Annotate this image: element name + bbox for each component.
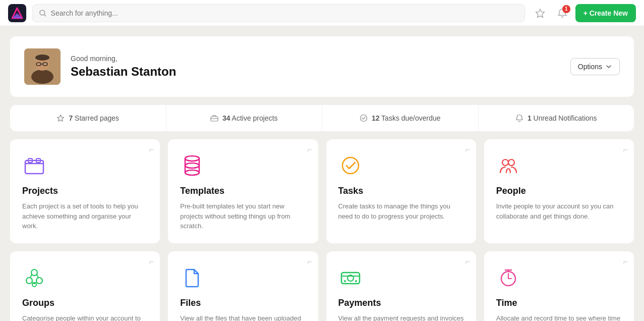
card-groups[interactable]: ⌐ Groups Categorise people within your a…: [10, 251, 160, 322]
svg-line-32: [30, 275, 32, 278]
create-new-button[interactable]: + Create New: [575, 4, 636, 22]
card-templates[interactable]: ⌐ Templates Pre-built templates let you …: [168, 139, 318, 243]
avatar: [24, 48, 61, 85]
svg-point-25: [342, 157, 359, 174]
svg-point-30: [36, 278, 42, 284]
files-icon: [180, 265, 204, 290]
stat-tasks-label: 12 Tasks due/overdue: [372, 114, 441, 122]
stats-bar: 7 Starred pages 34 Active projects 12 Ta…: [10, 105, 634, 131]
card-time-title: Time: [496, 298, 622, 308]
welcome-left: Good morning, Sebastian Stanton: [24, 48, 176, 85]
card-time-desc: Allocate and record time to see where ti…: [496, 313, 622, 322]
card-corner-icon: ⌐: [307, 257, 312, 266]
card-templates-desc: Pre-built templates let you start new pr…: [180, 201, 306, 231]
welcome-text: Good morning, Sebastian Stanton: [71, 55, 176, 79]
search-input[interactable]: [51, 9, 518, 17]
card-files[interactable]: ⌐ Files View all the files that have bee…: [168, 251, 318, 322]
stat-projects-label: 34 Active projects: [222, 114, 278, 122]
card-people[interactable]: ⌐ People Invite people to your account s…: [484, 139, 634, 243]
svg-point-39: [344, 280, 346, 282]
stat-tasks[interactable]: 12 Tasks due/overdue: [322, 105, 479, 131]
card-corner-icon: ⌐: [465, 145, 470, 154]
svg-point-40: [355, 280, 357, 282]
stat-notifications-label: 1 Unread Notifications: [528, 114, 597, 122]
card-payments-title: Payments: [338, 298, 464, 308]
user-name: Sebastian Stanton: [71, 65, 176, 79]
payments-icon: [338, 265, 363, 290]
card-projects-title: Projects: [22, 186, 148, 196]
card-corner-icon: ⌐: [465, 257, 470, 266]
stat-notifications[interactable]: 1 Unread Notifications: [479, 105, 634, 131]
star-stat-icon: [56, 114, 65, 122]
card-corner-icon: ⌐: [623, 145, 628, 154]
svg-line-33: [37, 275, 38, 278]
check-stat-icon: [360, 114, 368, 122]
search-icon: [39, 9, 47, 17]
svg-point-7: [31, 70, 53, 84]
stat-projects[interactable]: 34 Active projects: [166, 105, 323, 131]
tasks-icon: [338, 153, 363, 178]
card-templates-title: Templates: [180, 186, 306, 196]
star-button[interactable]: [531, 4, 549, 22]
svg-marker-13: [57, 115, 64, 122]
notification-badge: 1: [562, 5, 570, 13]
card-groups-desc: Categorise people within your account to…: [22, 313, 148, 322]
projects-icon: [22, 153, 46, 178]
svg-point-20: [185, 156, 199, 161]
card-payments[interactable]: ⌐ Payments View all the payment requests…: [326, 251, 476, 322]
header-actions: 1 + Create New: [531, 4, 636, 22]
people-icon: [496, 153, 520, 178]
templates-icon: [180, 153, 204, 178]
svg-point-26: [502, 159, 508, 166]
time-icon: [496, 265, 520, 290]
svg-point-22: [185, 170, 199, 175]
svg-rect-17: [25, 161, 43, 174]
svg-point-27: [508, 159, 514, 166]
notification-button[interactable]: 1: [553, 4, 571, 22]
svg-point-21: [185, 163, 199, 168]
greeting-text: Good morning,: [71, 55, 176, 63]
svg-line-4: [44, 14, 46, 16]
stat-starred[interactable]: 7 Starred pages: [10, 105, 166, 131]
groups-icon: [22, 265, 46, 290]
card-corner-icon: ⌐: [149, 145, 154, 154]
card-tasks[interactable]: ⌐ Tasks Create tasks to manage the thing…: [326, 139, 476, 243]
options-button[interactable]: Options: [570, 58, 620, 75]
card-corner-icon: ⌐: [623, 257, 628, 266]
card-projects-desc: Each project is a set of tools to help y…: [22, 201, 148, 231]
card-payments-desc: View all the payment requests and invoic…: [338, 313, 464, 322]
svg-point-16: [360, 115, 367, 122]
card-people-title: People: [496, 186, 622, 196]
card-tasks-title: Tasks: [338, 186, 464, 196]
bell-stat-icon: [515, 114, 523, 122]
card-groups-title: Groups: [22, 298, 148, 308]
card-people-desc: Invite people to your account so you can…: [496, 201, 622, 221]
cards-grid: ⌐ Projects Each project is a set of tool…: [10, 139, 634, 321]
star-icon: [535, 8, 545, 18]
card-tasks-desc: Create tasks to manage the things you ne…: [338, 201, 464, 221]
search-bar[interactable]: [32, 4, 525, 22]
svg-point-28: [31, 270, 37, 276]
card-time[interactable]: ⌐ Time Allocate and record time to see w…: [484, 251, 634, 322]
stat-starred-label: 7 Starred pages: [69, 114, 119, 122]
svg-point-29: [26, 278, 32, 284]
briefcase-stat-icon: [210, 114, 218, 122]
card-projects[interactable]: ⌐ Projects Each project is a set of tool…: [10, 139, 160, 243]
avatar-image: [24, 48, 61, 85]
welcome-card: Good morning, Sebastian Stanton Options: [10, 36, 634, 97]
svg-marker-5: [536, 9, 544, 18]
main-content: Good morning, Sebastian Stanton Options …: [0, 26, 644, 321]
card-files-title: Files: [180, 298, 306, 308]
svg-rect-36: [341, 273, 360, 284]
chevron-down-icon: [605, 63, 612, 70]
header: 1 + Create New: [0, 0, 644, 26]
svg-point-12: [35, 55, 49, 61]
card-corner-icon: ⌐: [307, 145, 312, 154]
card-corner-icon: ⌐: [149, 257, 154, 266]
card-files-desc: View all the files that have been upload…: [180, 313, 306, 322]
app-logo[interactable]: [8, 4, 26, 22]
